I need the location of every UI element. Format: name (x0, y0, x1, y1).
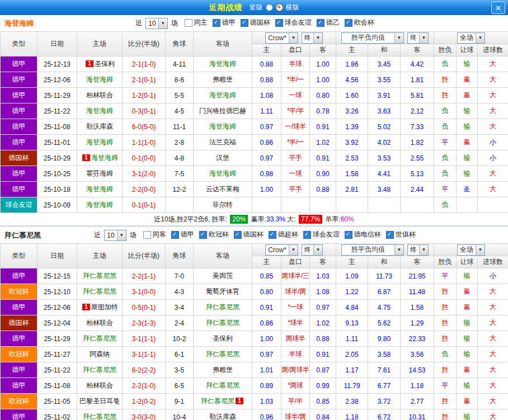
team-link[interactable]: 海登海姆 (86, 201, 113, 209)
avg-home-cell: 2.38 (336, 394, 368, 409)
team-link[interactable]: 海登海姆 (91, 154, 118, 162)
team-link[interactable]: 圣保利 (213, 334, 233, 342)
odds-away-cell: 0.88 (310, 331, 336, 347)
horizontal-radio[interactable] (276, 4, 283, 11)
corner-cell: 2-4 (166, 315, 194, 331)
odds-away-cell: 0.99 (310, 378, 336, 394)
team-link[interactable]: 柏林联合 (86, 319, 113, 327)
avg-away-cell: 11.48 (401, 284, 434, 300)
avg-final-select[interactable]: 终▼ (407, 244, 429, 256)
rounds-select[interactable]: 10▼ (145, 18, 167, 29)
avg-draw-cell: 11.73 (368, 268, 401, 284)
result-cell: 胜 (434, 394, 457, 409)
filter-checkbox[interactable]: 欧冠杯 (199, 230, 229, 239)
odds-line-cell: *平/半 (281, 103, 310, 119)
horizontal-option-label[interactable]: 横版 (286, 3, 299, 12)
team-name[interactable]: 海登海姆 (4, 18, 34, 29)
team-link[interactable]: 拜仁慕尼黑 (206, 319, 239, 327)
team-link[interactable]: 勒沃库森 (86, 122, 113, 130)
filter-checkbox[interactable]: 世俱杯 (386, 230, 416, 239)
away-team-cell: 拜仁慕尼黑 (194, 315, 252, 331)
filter-checkbox[interactable]: 欧会杯 (345, 18, 374, 27)
team-link[interactable]: 海登海姆 (86, 75, 113, 83)
team-link[interactable]: 海登海姆 (86, 185, 113, 193)
team-link[interactable]: 巴黎圣日耳曼 (79, 397, 120, 405)
avg-select[interactable]: 胜平负均值▼ (341, 32, 404, 44)
team-link[interactable]: 拜仁慕尼黑 (83, 272, 116, 280)
scope-select[interactable]: 全场▼ (457, 244, 485, 256)
filter-checkbox[interactable]: 德国杯 (241, 18, 270, 27)
filter-checkbox[interactable]: 球会友谊 (275, 18, 312, 27)
team-link[interactable]: 阿森纳 (90, 350, 110, 358)
result-cell: 胜 (434, 88, 457, 103)
team-link[interactable]: 海登海姆 (209, 60, 236, 68)
subheader-cell: 主 (252, 44, 281, 56)
scope-select[interactable]: 全场▼ (457, 32, 485, 44)
team-link[interactable]: 海登海姆 (209, 122, 236, 130)
team-link[interactable]: 拜仁慕尼黑 (206, 350, 239, 358)
team-link[interactable]: 斯图加特 (91, 303, 118, 311)
col-header-score: 比分(半场) (123, 244, 166, 268)
handicap-result-cell: 赢 (457, 300, 478, 315)
avg-final-select[interactable]: 终▼ (407, 32, 429, 44)
team-link[interactable]: 法兰克福 (209, 138, 236, 146)
filter-checkbox[interactable]: 球会友谊 (303, 230, 340, 239)
filter-checkbox[interactable]: 德乙 (317, 18, 340, 27)
team-name[interactable]: 拜仁慕尼黑 (4, 230, 41, 240)
odds-home-cell: 0.96 (252, 409, 281, 420)
team-link[interactable]: 拜仁慕尼黑 (83, 334, 116, 342)
rounds-select[interactable]: 10▼ (104, 230, 126, 241)
team-link[interactable]: 弗赖堡 (213, 366, 233, 374)
team-link[interactable]: 门兴格拉德巴赫 (199, 107, 246, 115)
handicap-result-cell: 输 (457, 103, 478, 119)
avg-draw-cell: 4.02 (368, 135, 401, 150)
close-button[interactable]: ✕ (491, 2, 505, 14)
filter-checkbox[interactable]: 同客 (143, 230, 166, 239)
odds-company-select[interactable]: Crow*▼ (265, 32, 298, 44)
filter-checkbox[interactable]: 德超杯 (269, 230, 298, 239)
team-link[interactable]: 拜仁慕尼黑 (83, 287, 116, 295)
avg-select[interactable]: 胜平负均值▼ (341, 244, 404, 256)
team-link[interactable]: 拜仁慕尼黑 (206, 303, 239, 311)
filter-checkbox[interactable]: 德电信杯 (345, 230, 381, 239)
match-row: 德甲25-10-18海登海姆2-2(0-0)12-2云达不莱梅1.00平手0.8… (1, 182, 508, 197)
team-link[interactable]: 拜仁慕尼黑 (201, 397, 234, 405)
team-link[interactable]: 美因茨 (213, 272, 233, 280)
team-link[interactable]: 葡萄牙体育 (206, 287, 239, 295)
avg-final-value: 终 (408, 245, 419, 255)
filter-checkbox[interactable]: 同主 (185, 18, 208, 27)
team-link[interactable]: 海登海姆 (209, 169, 236, 177)
corner-cell: 7-5 (166, 166, 194, 182)
vertical-radio[interactable] (266, 4, 273, 11)
team-cell-content: 海登海姆 (209, 91, 236, 99)
vertical-option-label[interactable]: 竖版 (250, 3, 263, 12)
home-team-cell: 勒沃库森 (77, 119, 123, 135)
odds-final-select[interactable]: 终▼ (302, 244, 323, 256)
away-team-cell: 葡萄牙体育 (194, 284, 252, 300)
odds-away-cell: 0.91 (310, 150, 336, 166)
team-link[interactable]: 弗赖堡 (213, 75, 233, 83)
odds-final-select[interactable]: 终▼ (302, 32, 323, 44)
team-link[interactable]: 柏林联合 (86, 91, 113, 99)
team-link[interactable]: 拜仁慕尼黑 (83, 366, 116, 374)
team-link[interactable]: 勒沃库森 (209, 413, 236, 420)
team-link[interactable]: 海登海姆 (86, 138, 113, 146)
subheader-cell: 客 (401, 256, 434, 268)
team-link[interactable]: 拜仁慕尼黑 (83, 413, 116, 420)
team-link[interactable]: 海登海姆 (209, 91, 236, 99)
summary-part: 近10场,胜2平2负6, 胜率: (154, 215, 229, 224)
filter-checkbox[interactable]: 德甲 (213, 18, 236, 27)
team-cell-content: 云达不莱梅 (206, 185, 239, 193)
team-link[interactable]: 海登海姆 (86, 107, 113, 115)
team-link[interactable]: 霍芬海姆 (86, 169, 113, 177)
team-link[interactable]: 汉堡 (216, 154, 229, 162)
team-link[interactable]: 菲尔特 (213, 201, 233, 209)
odds-company-select[interactable]: Crow*▼ (265, 244, 298, 256)
match-row: 德国杯25-10-291海登海姆0-1(0-0)4-8汉堡0.97平手0.912… (1, 150, 508, 166)
filter-checkbox[interactable]: 德甲 (171, 230, 194, 239)
filter-checkbox[interactable]: 德国杯 (234, 230, 264, 239)
team-link[interactable]: 拜仁慕尼黑 (206, 381, 239, 389)
team-link[interactable]: 圣保利 (95, 60, 115, 68)
team-link[interactable]: 柏林联合 (86, 381, 113, 389)
team-link[interactable]: 云达不莱梅 (206, 185, 239, 193)
